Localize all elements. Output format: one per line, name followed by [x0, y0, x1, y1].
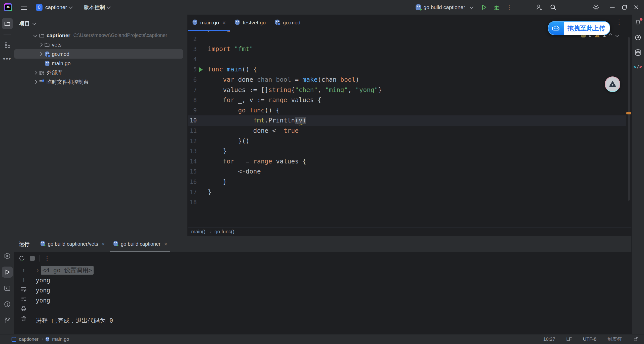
stop-button[interactable]: [30, 256, 35, 261]
clear-console-button[interactable]: [20, 315, 27, 322]
status-encoding[interactable]: UTF-8: [583, 336, 596, 342]
netdisk-cloud-icon: [548, 22, 564, 35]
code-with-me-button[interactable]: [535, 4, 543, 11]
console-command-chip[interactable]: <4 go 设置调用>: [41, 266, 93, 275]
editor-options-button[interactable]: ⋮: [616, 18, 622, 26]
git-tool-button[interactable]: [2, 315, 13, 326]
line-number: 10: [188, 115, 197, 126]
status-position[interactable]: 10:27: [543, 336, 555, 342]
gopher-icon: [192, 19, 197, 26]
line-number: 18: [188, 197, 197, 207]
tree-item-外部库[interactable]: 外部库: [14, 68, 187, 77]
previous-problem-button[interactable]: [609, 33, 612, 37]
next-problem-button[interactable]: [615, 33, 619, 37]
console-output[interactable]: ›<4 go 设置调用>yongyongyong进程 已完成，退出代码为 0: [33, 264, 631, 334]
code-text: }(): [205, 136, 250, 146]
down-arrow-button[interactable]: ↓: [22, 277, 25, 283]
gopher-run-icon: [113, 240, 118, 248]
chevron-right-icon[interactable]: [38, 43, 43, 47]
terminal-tool-button[interactable]: [2, 283, 13, 294]
debug-button[interactable]: [493, 4, 500, 11]
status-line-separator[interactable]: LF: [566, 336, 572, 342]
more-actions-button[interactable]: ⋮: [506, 4, 512, 10]
project-selector[interactable]: captioner: [45, 4, 67, 10]
minimize-button[interactable]: [606, 2, 618, 13]
tree-item-go.mod[interactable]: go.mod: [14, 49, 183, 59]
fold-chevron-icon[interactable]: ›: [36, 265, 39, 275]
code-text: package main: [205, 31, 253, 34]
tree-chevron-box: [32, 80, 38, 83]
floating-assistant-widget[interactable]: [605, 76, 620, 92]
run-tab-go build captioner/vets[interactable]: go build captioner/vets×: [36, 236, 109, 252]
notifications-button[interactable]: [634, 19, 642, 26]
gutter-run-column: [197, 75, 205, 85]
editor-code-area[interactable]: 1package main23import "fmt"45func main()…: [188, 31, 626, 228]
project-panel-title[interactable]: 项目: [19, 20, 30, 27]
scroll-to-end-button[interactable]: [20, 296, 27, 302]
run-line-icon[interactable]: [199, 67, 203, 72]
status-indent[interactable]: 制表符: [608, 336, 622, 342]
problems-tool-button[interactable]: [2, 299, 13, 310]
line-number: 3: [188, 44, 197, 54]
editor-tab-testvet.go[interactable]: testvet.go: [230, 15, 270, 31]
close-tab-icon[interactable]: ×: [102, 241, 105, 247]
soft-wrap-button[interactable]: [20, 286, 27, 292]
tree-item-main.go[interactable]: main.go: [14, 59, 187, 68]
run-panel-header: 运行 go build captioner/vets×go build capt…: [14, 236, 631, 252]
line-number: 6: [188, 75, 197, 85]
database-button[interactable]: [634, 49, 642, 56]
ai-assistant-button[interactable]: [634, 34, 642, 41]
line-number: 9: [188, 105, 197, 116]
run-more-button[interactable]: ⋮: [44, 255, 50, 261]
editor-tab-go.mod[interactable]: go.mod: [270, 15, 305, 31]
close-tab-icon[interactable]: ×: [222, 19, 226, 26]
gutter-run-column: [197, 115, 205, 126]
status-project[interactable]: captioner: [19, 336, 38, 342]
run-tool-button[interactable]: [2, 267, 13, 278]
chevron-right-icon[interactable]: [33, 71, 37, 75]
restore-button[interactable]: [619, 2, 630, 13]
services-tool-button[interactable]: [2, 250, 13, 262]
vcs-widget[interactable]: 版本控制: [84, 4, 105, 11]
endpoints-button[interactable]: </>: [633, 64, 642, 69]
warning-stripe-mark[interactable]: [626, 112, 631, 114]
gopher-icon: [46, 337, 49, 341]
folder-icon: [38, 32, 46, 38]
run-tab-go build captioner[interactable]: go build captioner×: [109, 236, 171, 252]
breadcrumb-item[interactable]: go func(): [215, 229, 234, 235]
breadcrumb-item[interactable]: main(): [191, 229, 206, 235]
chevron-right-icon: [41, 338, 43, 340]
chevron-down-icon[interactable]: [33, 33, 37, 37]
run-button[interactable]: [480, 4, 488, 11]
tree-item-label: 临时文件和控制台: [47, 78, 89, 85]
gutter-run-column: [197, 197, 205, 207]
lib-icon: [38, 70, 46, 76]
chevron-right-icon[interactable]: [38, 52, 43, 56]
close-button[interactable]: [630, 2, 642, 13]
close-tab-icon[interactable]: ×: [164, 241, 167, 247]
chevron-right-icon[interactable]: [33, 80, 37, 84]
editor-scrollbar-thumb[interactable]: [628, 37, 630, 201]
main-menu-icon[interactable]: [21, 5, 27, 10]
more-tool-windows-button[interactable]: •••: [2, 53, 13, 64]
project-icon[interactable]: C: [36, 4, 43, 11]
code-line-9: 9 go func() {: [188, 105, 626, 116]
structure-tool-button[interactable]: [2, 39, 13, 51]
rerun-button[interactable]: [18, 255, 25, 262]
project-tool-button[interactable]: [2, 18, 13, 29]
status-file[interactable]: main.go: [52, 336, 69, 342]
tree-item-captioner[interactable]: captionerC:\Users\meowr\GolandProjects\c…: [14, 31, 187, 40]
run-panel-title: 运行: [14, 236, 36, 252]
project-tree: captionerC:\Users\meowr\GolandProjects\c…: [14, 31, 187, 87]
lock-icon[interactable]: [633, 336, 638, 342]
tree-item-临时文件和控制台[interactable]: 临时文件和控制台: [14, 77, 187, 87]
up-arrow-button[interactable]: ↑: [22, 267, 25, 273]
print-button[interactable]: [20, 306, 27, 312]
gutter-run-column: [197, 187, 205, 197]
editor-tab-main.go[interactable]: main.go×: [188, 15, 230, 31]
tree-item-vets[interactable]: vets: [14, 40, 187, 49]
search-everywhere-button[interactable]: [549, 4, 557, 11]
run-configuration-selector[interactable]: go build captioner: [416, 4, 473, 10]
settings-button[interactable]: [592, 4, 600, 11]
upload-drop-badge[interactable]: 拖拽至此上传: [548, 21, 610, 35]
